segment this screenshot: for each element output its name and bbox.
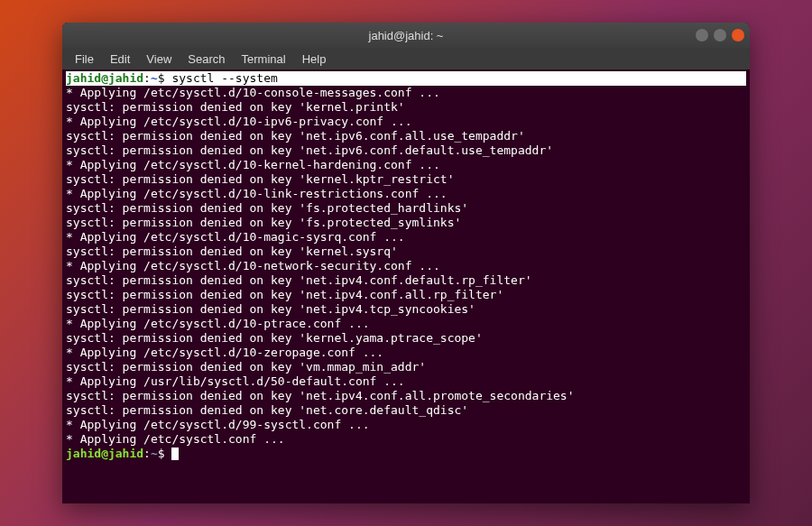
output-line: * Applying /etc/sysctl.d/10-link-restric… (66, 187, 746, 201)
prompt-path: ~ (151, 447, 158, 460)
output-line: sysctl: permission denied on key 'net.ip… (66, 288, 746, 302)
output-line: * Applying /etc/sysctl.d/10-kernel-harde… (66, 158, 746, 172)
menu-file[interactable]: File (68, 51, 101, 68)
prompt-colon: : (143, 71, 151, 85)
output-line: sysctl: permission denied on key 'kernel… (66, 331, 746, 346)
prompt-user: jahid@jahid (66, 447, 143, 460)
terminal-area[interactable]: jahid@jahid:~$ sysctl --system * Applyin… (62, 69, 750, 503)
output-line: sysctl: permission denied on key 'net.ip… (66, 143, 746, 158)
output-line: * Applying /etc/sysctl.conf ... (66, 432, 746, 447)
prompt-line: jahid@jahid:~$ (66, 447, 746, 461)
window-controls (696, 29, 744, 42)
window-title: jahid@jahid: ~ (369, 29, 444, 42)
output-line: sysctl: permission denied on key 'net.ip… (66, 389, 746, 403)
command-line: jahid@jahid:~$ sysctl --system (66, 71, 746, 86)
output-line: sysctl: permission denied on key 'vm.mma… (66, 360, 746, 374)
output-line: * Applying /etc/sysctl.d/10-magic-sysrq.… (66, 230, 746, 245)
output-line: sysctl: permission denied on key 'fs.pro… (66, 216, 746, 230)
menubar: File Edit View Search Terminal Help (62, 48, 750, 69)
output-line: * Applying /etc/sysctl.d/10-console-mess… (66, 86, 746, 100)
cursor-icon (171, 448, 179, 460)
output-line: * Applying /etc/sysctl.d/10-zeropage.con… (66, 346, 746, 360)
prompt-user: jahid@jahid (66, 71, 143, 85)
output-line: * Applying /etc/sysctl.d/10-ipv6-privacy… (66, 115, 746, 129)
titlebar[interactable]: jahid@jahid: ~ (62, 23, 750, 48)
output-line: sysctl: permission denied on key 'net.ip… (66, 273, 746, 288)
prompt-dollar: $ (158, 71, 165, 85)
menu-terminal[interactable]: Terminal (235, 51, 293, 68)
output-line: * Applying /etc/sysctl.d/10-network-secu… (66, 259, 746, 273)
output-line: * Applying /usr/lib/sysctl.d/50-default.… (66, 374, 746, 389)
terminal-window: jahid@jahid: ~ File Edit View Search Ter… (62, 23, 750, 503)
output-line: * Applying /etc/sysctl.d/10-ptrace.conf … (66, 317, 746, 331)
menu-help[interactable]: Help (295, 51, 334, 68)
output-line: sysctl: permission denied on key 'fs.pro… (66, 201, 746, 216)
close-icon[interactable] (732, 29, 744, 42)
output-line: sysctl: permission denied on key 'net.ip… (66, 129, 746, 143)
output-line: sysctl: permission denied on key 'kernel… (66, 245, 746, 259)
prompt-path: ~ (151, 71, 158, 85)
maximize-icon[interactable] (714, 29, 726, 42)
output-line: sysctl: permission denied on key 'kernel… (66, 172, 746, 187)
prompt-colon: : (143, 447, 151, 460)
output-container: * Applying /etc/sysctl.d/10-console-mess… (66, 86, 746, 447)
menu-search[interactable]: Search (180, 51, 232, 68)
output-line: * Applying /etc/sysctl.d/99-sysctl.conf … (66, 418, 746, 432)
prompt-dollar: $ (158, 447, 165, 460)
menu-view[interactable]: View (139, 51, 179, 68)
menu-edit[interactable]: Edit (103, 51, 137, 68)
output-line: sysctl: permission denied on key 'kernel… (66, 100, 746, 115)
command-text: sysctl --system (171, 71, 277, 85)
minimize-icon[interactable] (696, 29, 708, 42)
output-line: sysctl: permission denied on key 'net.co… (66, 403, 746, 418)
output-line: sysctl: permission denied on key 'net.ip… (66, 302, 746, 317)
